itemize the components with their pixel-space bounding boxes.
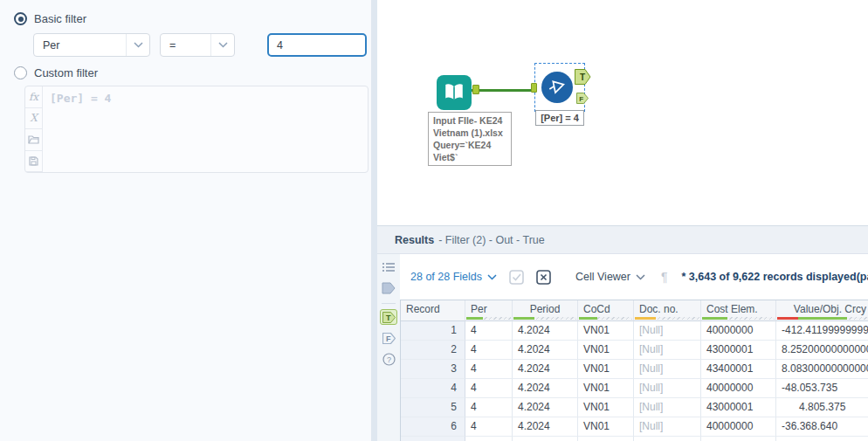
- input-tool-annotation[interactable]: Input FIle- KE24 Vietnam (1).xlsx Query=…: [428, 112, 512, 166]
- chevron-down-icon[interactable]: [210, 34, 234, 56]
- cell-period[interactable]: 4.2024: [513, 417, 578, 437]
- fields-dropdown[interactable]: 28 of 28 Fields: [410, 271, 497, 283]
- cell-per[interactable]: 4: [465, 379, 513, 398]
- column-header-per[interactable]: Per: [465, 300, 513, 321]
- cell-cocd[interactable]: VN01: [578, 417, 634, 437]
- function-icon[interactable]: fx: [25, 86, 42, 108]
- cell-record[interactable]: 7: [401, 437, 465, 441]
- save-expression-icon[interactable]: [25, 151, 42, 173]
- panel-splitter[interactable]: [371, 0, 377, 441]
- column-header-record[interactable]: Record: [401, 300, 465, 321]
- cell-record[interactable]: 4: [401, 379, 465, 398]
- cell-value[interactable]: -412.4119999999999: [776, 321, 868, 341]
- basic-filter-radio[interactable]: Basic filter: [14, 12, 86, 25]
- variable-icon[interactable]: X: [25, 108, 42, 130]
- cell-per[interactable]: 4: [465, 437, 513, 441]
- cell-per[interactable]: 4: [465, 341, 513, 360]
- cell-record[interactable]: 5: [401, 398, 465, 417]
- cell-cost[interactable]: 43000001: [701, 398, 776, 417]
- cell-record[interactable]: 2: [401, 341, 465, 360]
- cell-doc[interactable]: [Null]: [634, 341, 701, 360]
- results-title-bar: Results - Filter (2) - Out - True: [377, 226, 868, 254]
- cell-period[interactable]: 4.2024: [513, 398, 578, 417]
- column-header-value[interactable]: Value/Obj. Crcy: [776, 300, 868, 321]
- select-fields-check-icon[interactable]: [509, 270, 524, 285]
- cell-period[interactable]: 4.2024: [513, 321, 578, 341]
- cell-cocd[interactable]: VN01: [578, 398, 634, 417]
- cell-doc[interactable]: [Null]: [634, 437, 701, 441]
- cell-doc[interactable]: [Null]: [634, 360, 701, 379]
- cell-per[interactable]: 4: [465, 360, 513, 379]
- false-output-anchor[interactable]: F: [576, 93, 589, 104]
- cell-value[interactable]: 1.455.040: [776, 437, 868, 441]
- cell-period[interactable]: 4.2024: [513, 341, 578, 360]
- data-quality-bar: [579, 317, 632, 320]
- column-header-doc[interactable]: Doc. no.: [634, 300, 701, 321]
- open-expression-icon[interactable]: [25, 129, 42, 151]
- cell-doc[interactable]: [Null]: [634, 398, 701, 417]
- custom-filter-radio[interactable]: Custom filter: [14, 66, 98, 79]
- cell-cost[interactable]: 40000000: [701, 417, 776, 437]
- cell-cocd[interactable]: VN01: [578, 360, 634, 379]
- cell-period[interactable]: 4.2024: [513, 360, 578, 379]
- cell-value[interactable]: 8.08300000000000000: [776, 360, 868, 379]
- deselect-fields-icon[interactable]: [536, 270, 551, 285]
- cell-value[interactable]: -36.368.640: [776, 417, 868, 437]
- connection-line: [472, 89, 536, 92]
- cell-value[interactable]: 4.805.375: [776, 398, 868, 417]
- input-data-tool[interactable]: [437, 75, 472, 110]
- pilcrow-icon[interactable]: ¶: [661, 270, 668, 284]
- cell-value[interactable]: 8.25200000000000000: [776, 341, 868, 360]
- filter-field-dropdown[interactable]: Per: [33, 33, 150, 57]
- cell-record[interactable]: 6: [401, 417, 465, 437]
- cell-period[interactable]: 4.2024: [513, 437, 578, 441]
- cell-cocd[interactable]: VN01: [578, 437, 634, 441]
- table-row: 544.2024VN01[Null]43000001 4.805.375: [401, 398, 868, 417]
- column-header-cost[interactable]: Cost Elem.: [701, 300, 776, 321]
- false-output-tab[interactable]: F: [380, 330, 397, 346]
- cell-period[interactable]: 4.2024: [513, 379, 578, 398]
- true-output-tab[interactable]: T: [380, 309, 397, 325]
- custom-filter-expression-editor[interactable]: fx X [Per] = 4: [24, 86, 369, 173]
- cell-cost[interactable]: 40000000: [701, 321, 776, 341]
- metadata-list-icon[interactable]: [380, 259, 397, 275]
- true-output-anchor[interactable]: T: [575, 69, 591, 85]
- grid-body: 144.2024VN01[Null]40000000-412.411999999…: [401, 321, 868, 441]
- cell-cost[interactable]: 43000001: [701, 437, 776, 441]
- filter-value-input[interactable]: 4: [267, 33, 367, 57]
- cell-viewer-dropdown[interactable]: Cell Viewer: [575, 271, 645, 283]
- cell-per[interactable]: 4: [465, 398, 513, 417]
- input-tool-output-anchor[interactable]: [472, 85, 479, 94]
- radio-unselected-icon[interactable]: [14, 66, 27, 79]
- cell-cocd[interactable]: VN01: [578, 379, 634, 398]
- workflow-canvas[interactable]: Input FIle- KE24 Vietnam (1).xlsx Query=…: [377, 0, 868, 225]
- fields-summary: 28 of 28 Fields: [410, 271, 482, 283]
- filter-tool[interactable]: [541, 72, 573, 103]
- table-row: 444.2024VN01[Null]40000000-48.053.735: [401, 379, 868, 398]
- cell-record[interactable]: 1: [401, 321, 465, 341]
- cell-record[interactable]: 3: [401, 360, 465, 379]
- custom-filter-label: Custom filter: [34, 66, 98, 79]
- cell-per[interactable]: 4: [465, 321, 513, 341]
- cell-doc[interactable]: [Null]: [634, 417, 701, 437]
- filter-tool-input-anchor[interactable]: [531, 83, 537, 93]
- cell-cost[interactable]: 43400001: [701, 360, 776, 379]
- svg-text:T: T: [580, 72, 585, 82]
- cell-value[interactable]: -48.053.735: [776, 379, 868, 398]
- cell-cost[interactable]: 43000001: [701, 341, 776, 360]
- filter-tool-annotation[interactable]: [Per] = 4: [535, 110, 584, 126]
- svg-text:F: F: [386, 334, 391, 343]
- cell-cocd[interactable]: VN01: [578, 321, 634, 341]
- cell-cocd[interactable]: VN01: [578, 341, 634, 360]
- chevron-down-icon[interactable]: [126, 34, 149, 56]
- column-header-period[interactable]: Period: [513, 300, 578, 321]
- cell-doc[interactable]: [Null]: [634, 321, 701, 341]
- radio-selected-icon[interactable]: [14, 12, 27, 25]
- cell-cost[interactable]: 40000000: [701, 379, 776, 398]
- help-icon[interactable]: ?: [380, 351, 397, 367]
- cell-doc[interactable]: [Null]: [634, 379, 701, 398]
- cell-per[interactable]: 4: [465, 417, 513, 437]
- column-header-cocd[interactable]: CoCd: [578, 300, 634, 321]
- connection-tag-icon[interactable]: [380, 280, 397, 296]
- filter-operator-dropdown[interactable]: =: [160, 33, 235, 57]
